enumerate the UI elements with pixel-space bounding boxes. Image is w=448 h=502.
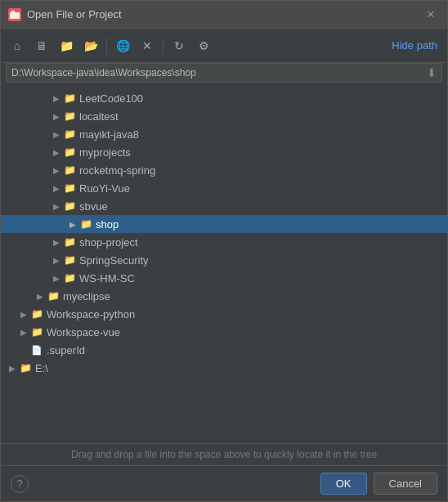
arrow-icon: ▶ [6,361,19,374]
item-label: rocketmq-spring [79,164,155,177]
item-label: RuoYi-Vue [79,182,130,195]
item-label: .superId [47,344,85,356]
arrow-icon: ▶ [50,164,63,177]
item-label: myeclipse [63,290,110,303]
tree-item-sbvue[interactable]: ▶ 📁 sbvue [1,197,447,215]
download-icon[interactable]: ⬇ [427,66,437,79]
ok-button[interactable]: OK [320,473,367,495]
folder-icon: 📁 [63,92,76,105]
item-label: SpringSecurity [79,254,149,267]
item-label: localtest [79,110,119,123]
item-label: mayikt-java8 [79,128,139,141]
folder-icon: 📁 [63,110,76,123]
monitor-button[interactable]: 🖥 [30,34,53,57]
arrow-icon: ▶ [50,128,63,141]
folder-icon: 📁 [63,128,76,141]
item-label: Workspace-python [47,308,135,320]
tree-item-shopproject[interactable]: ▶ 📁 shop-project [1,233,447,251]
arrow-icon: ▶ [50,199,63,213]
app-icon [7,7,22,22]
help-button[interactable]: ? [11,475,29,493]
svg-rect-2 [11,11,15,14]
tree-item-workspacepython[interactable]: ▶ 📁 Workspace-python [1,305,447,323]
folder-icon: 📁 [63,253,76,267]
path-input[interactable] [11,67,427,78]
tree-item-wshmsc[interactable]: ▶ 📁 WS-HM-SC [1,269,447,287]
folder-icon: 📁 [63,271,76,285]
folder-icon: 📁 [30,325,43,338]
close-button[interactable]: × [421,5,441,25]
item-label: sbvue [79,200,108,213]
toolbar-separator-2 [163,38,164,54]
refresh-button[interactable]: ↻ [168,34,190,57]
folder-icon: 📁 [19,361,32,374]
arrow-icon: ▶ [34,289,47,303]
netdrive-button[interactable]: 🌐 [111,34,134,57]
item-label: Workspace-vue [47,326,120,338]
tree-item-shop[interactable]: ▶ 📁 shop [1,215,447,233]
file-tree[interactable]: ▶ 📁 LeetCode100 ▶ 📁 localtest ▶ 📁 mayikt… [1,87,447,443]
tree-item-mayikt[interactable]: ▶ 📁 mayikt-java8 [1,125,447,143]
folder-button[interactable]: 📁 [55,34,78,57]
toolbar-separator-1 [106,38,107,54]
arrow-icon: ▶ [50,110,63,123]
folder-icon: 📁 [30,307,43,320]
toolbar: ⌂ 🖥 📁 📂 🌐 ✕ ↻ ⚙ Hide path [1,29,447,63]
bottom-bar: ? OK Cancel [1,465,447,501]
item-label: WS-HM-SC [79,272,135,285]
item-label: myprojects [79,146,131,159]
item-label: shop-project [79,236,138,249]
tree-item-leetcode[interactable]: ▶ 📁 LeetCode100 [1,89,447,107]
folder-icon: 📁 [63,182,76,195]
tree-item-myprojects[interactable]: ▶ 📁 myprojects [1,143,447,161]
tree-item-springsecurity[interactable]: ▶ 📁 SpringSecurity [1,251,447,269]
tree-item-workspacevue[interactable]: ▶ 📁 Workspace-vue [1,323,447,341]
arrow-icon: ▶ [50,253,63,267]
tree-item-localtest[interactable]: ▶ 📁 localtest [1,107,447,125]
item-label: LeetCode100 [79,92,143,105]
arrow-icon: ▶ [17,325,30,338]
tree-item-myeclipse[interactable]: ▶ 📁 myeclipse [1,287,447,305]
arrow-icon: ▶ [17,307,30,320]
svg-rect-1 [10,12,20,19]
cancel-button[interactable]: Cancel [374,473,437,495]
home-button[interactable]: ⌂ [6,34,29,57]
folder-icon: 📁 [79,217,92,231]
tree-item-rocketmq[interactable]: ▶ 📁 rocketmq-spring [1,161,447,179]
arrow-icon: ▶ [17,343,30,356]
item-label: E:\ [35,362,48,374]
tree-item-superid[interactable]: ▶ 📄 .superId [1,341,447,359]
path-bar: ⬇ [6,63,442,83]
item-label: shop [96,218,119,231]
arrow-icon: ▶ [50,182,63,195]
arrow-icon: ▶ [50,92,63,105]
open-file-dialog: Open File or Project × ⌂ 🖥 📁 📂 🌐 ✕ ↻ ⚙ H… [0,0,448,502]
drag-hint: Drag and drop a file into the space abov… [1,443,447,465]
folder-icon: 📁 [63,235,76,249]
tree-item-ruoyi[interactable]: ▶ 📁 RuoYi-Vue [1,179,447,197]
delete-button[interactable]: ✕ [136,34,159,57]
arrow-icon: ▶ [50,235,63,249]
tree-item-edrive[interactable]: ▶ 📁 E:\ [1,359,447,377]
folder-icon: 📁 [63,164,76,177]
arrow-icon: ▶ [50,146,63,159]
folder-icon: 📁 [63,146,76,159]
hide-path-button[interactable]: Hide path [387,36,442,55]
arrow-icon: ▶ [66,217,79,231]
file-icon: 📄 [30,343,43,356]
settings-button[interactable]: ⚙ [192,34,215,57]
arrow-icon: ▶ [50,271,63,285]
folder2-button[interactable]: 📂 [79,34,102,57]
title-bar: Open File or Project × [1,1,447,29]
folder-icon: 📁 [63,199,76,213]
dialog-title: Open File or Project [27,8,421,20]
folder-icon: 📁 [47,289,60,303]
